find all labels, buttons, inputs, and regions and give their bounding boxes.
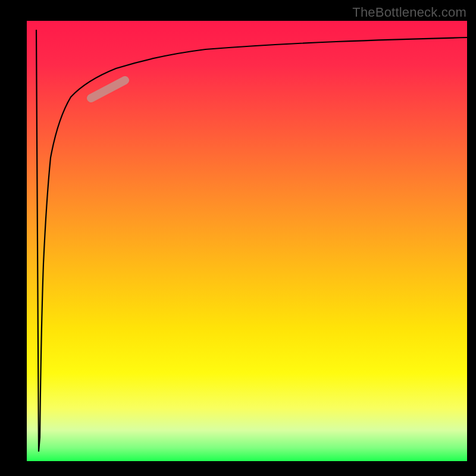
svg-line-0 [91,80,125,98]
chart-svg [27,21,467,461]
watermark-text: TheBottleneck.com [352,5,466,20]
highlight-pill [91,80,125,98]
